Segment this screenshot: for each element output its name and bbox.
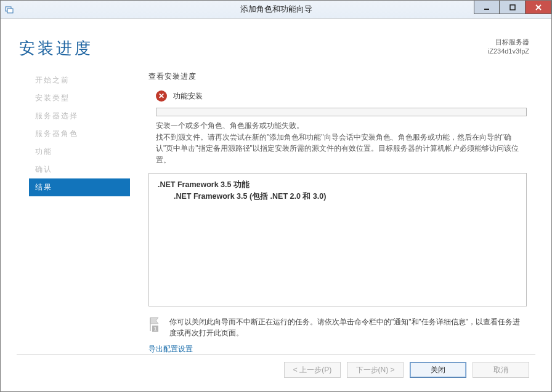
app-icon <box>1 1 18 18</box>
note-row: 1 你可以关闭此向导而不中断正在运行的任务。请依次单击命令栏中的"通知"和"任务… <box>148 306 527 339</box>
next-button: 下一步(N) > <box>347 362 404 378</box>
previous-button: < 上一步(P) <box>284 362 341 378</box>
results-box[interactable]: .NET Framework 3.5 功能 .NET Framework 3.5… <box>148 173 527 306</box>
close-icon <box>535 4 542 10</box>
step-installation-type: 安装类型 <box>29 89 130 107</box>
wizard-window: 添加角色和功能向导 安装进度 目标服务器 iZ234d1v3fpZ 开始 <box>0 0 552 392</box>
page-title: 安装进度 <box>19 38 93 59</box>
explain-line1: 安装一个或多个角色、角色服务或功能失败。 <box>156 120 527 132</box>
target-server-name: iZ234d1v3fpZ <box>488 47 529 56</box>
status-row: ✕ 功能安装 <box>148 90 527 102</box>
step-server-selection: 服务器选择 <box>29 107 130 125</box>
body-split: 开始之前 安装类型 服务器选择 服务器角色 功能 确认 结果 查看安装进度 ✕ … <box>1 65 551 354</box>
section-title: 查看安装进度 <box>148 71 527 82</box>
minimize-button[interactable] <box>474 1 500 14</box>
title-bar: 添加角色和功能向导 <box>1 1 551 19</box>
wizard-steps-sidebar: 开始之前 安装类型 服务器选择 服务器角色 功能 确认 结果 <box>1 65 130 354</box>
step-results: 结果 <box>29 178 130 196</box>
step-confirmation: 确认 <box>29 161 130 178</box>
footer-buttons: < 上一步(P) 下一步(N) > 关闭 取消 <box>1 354 551 391</box>
target-server-block: 目标服务器 iZ234d1v3fpZ <box>488 38 529 57</box>
svg-text:1: 1 <box>153 326 156 332</box>
result-feature-group: .NET Framework 3.5 功能 <box>158 180 518 190</box>
svg-rect-3 <box>510 5 515 10</box>
content-area: 安装进度 目标服务器 iZ234d1v3fpZ 开始之前 安装类型 服务器选择 … <box>1 19 551 391</box>
maximize-icon <box>509 4 516 10</box>
step-server-roles: 服务器角色 <box>29 125 130 143</box>
status-text: 功能安装 <box>173 91 203 102</box>
main-pane: 查看安装进度 ✕ 功能安装 安装一个或多个角色、角色服务或功能失败。 找不到源文… <box>130 65 551 354</box>
note-text: 你可以关闭此向导而不中断正在运行的任务。请依次单击命令栏中的"通知"和"任务详细… <box>169 316 527 339</box>
minimize-icon <box>484 4 490 10</box>
close-button[interactable]: 关闭 <box>410 362 466 378</box>
cancel-button: 取消 <box>473 362 529 378</box>
error-explanation: 安装一个或多个角色、角色服务或功能失败。 找不到源文件。请再次尝试在新的"添加角… <box>148 120 527 166</box>
header-row: 安装进度 目标服务器 iZ234d1v3fpZ <box>1 19 551 65</box>
window-title: 添加角色和功能向导 <box>1 4 551 15</box>
close-window-button[interactable] <box>526 1 551 14</box>
step-features: 功能 <box>29 143 130 161</box>
flag-icon: 1 <box>148 316 162 332</box>
svg-rect-2 <box>484 9 489 10</box>
progress-bar <box>156 108 527 116</box>
explain-line2: 找不到源文件。请再次尝试在新的"添加角色和功能"向导会话中安装角色、角色服务或功… <box>156 132 527 166</box>
result-feature-item: .NET Framework 3.5 (包括 .NET 2.0 和 3.0) <box>158 191 518 202</box>
svg-rect-1 <box>7 9 13 13</box>
target-server-label: 目标服务器 <box>488 38 529 47</box>
error-icon: ✕ <box>156 90 167 102</box>
window-controls <box>474 1 551 18</box>
step-before-you-begin: 开始之前 <box>29 71 130 89</box>
export-settings-link[interactable]: 导出配置设置 <box>148 344 527 354</box>
maximize-button[interactable] <box>500 1 526 14</box>
svg-marker-6 <box>150 318 158 324</box>
